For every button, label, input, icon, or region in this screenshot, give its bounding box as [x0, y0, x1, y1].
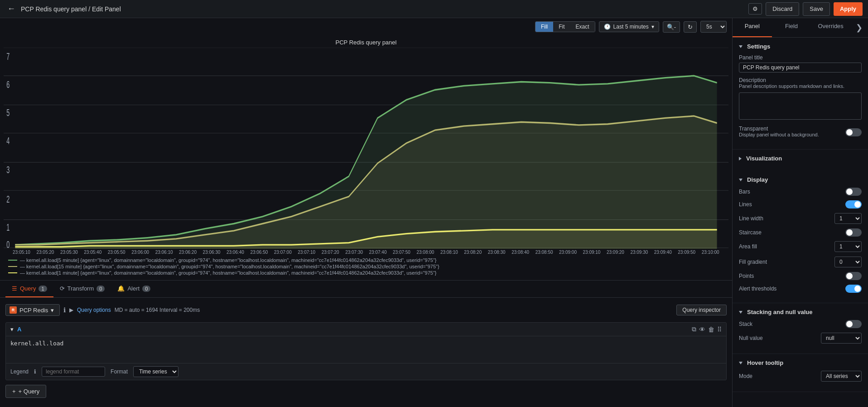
- zoom-exact-button[interactable]: Exact: [570, 22, 595, 32]
- zoom-fill-button[interactable]: Fill: [535, 22, 553, 32]
- refresh-interval-select[interactable]: 5s 10s 30s: [700, 21, 727, 33]
- topbar-left: ← PCP Redis query panel / Edit Panel: [5, 2, 121, 15]
- chevron-down-icon: ▾: [651, 24, 654, 30]
- bars-toggle[interactable]: [845, 188, 862, 196]
- area-fill-select[interactable]: 102: [834, 241, 862, 252]
- query-body: kernel.all.load: [6, 336, 726, 363]
- points-slider: [845, 272, 862, 280]
- null-value-select[interactable]: null0connected: [821, 333, 862, 344]
- hover-tooltip-chevron: [739, 362, 743, 364]
- hover-tooltip-section: Hover tooltip Mode All seriesSingle: [733, 354, 868, 392]
- transparent-hint: Display panel without a background.: [739, 132, 819, 137]
- stack-toggle[interactable]: [845, 320, 862, 328]
- viz-chevron: [739, 157, 742, 160]
- zoom-out-button[interactable]: 🔍-: [663, 21, 680, 33]
- settings-section: Settings Panel title Description Panel d…: [733, 38, 868, 150]
- display-header[interactable]: Display: [739, 176, 862, 183]
- query-tab-icon: ☰: [12, 285, 17, 292]
- query-block-header: ▾ A ⧉ 👁 🗑 ⠿: [6, 323, 726, 336]
- datasource-select[interactable]: R PCP Redis ▾: [5, 304, 60, 316]
- settings-chevron: [739, 45, 743, 48]
- mode-select[interactable]: All seriesSingle: [821, 371, 862, 382]
- collapse-arrow[interactable]: ▾: [10, 326, 14, 333]
- stacking-section: Stacking and null value Stack Null value…: [733, 303, 868, 354]
- back-button[interactable]: ←: [5, 2, 17, 15]
- alert-tab-icon: 🔔: [117, 285, 125, 292]
- query-inspector-button[interactable]: Query inspector: [676, 305, 727, 315]
- discard-button[interactable]: Discard: [766, 2, 799, 16]
- stacking-header[interactable]: Stacking and null value: [739, 309, 862, 315]
- apply-button[interactable]: Apply: [834, 2, 863, 16]
- fill-gradient-label: Fill gradient: [739, 259, 767, 265]
- chart-svg: 7 6 5 4 3 2 1 0: [4, 48, 728, 249]
- delete-query-button[interactable]: 🗑: [708, 325, 714, 333]
- tab-query[interactable]: ☰ Query 1: [5, 281, 53, 297]
- right-tab-collapse[interactable]: ❯: [850, 18, 868, 37]
- svg-text:2: 2: [6, 194, 10, 205]
- visualization-header[interactable]: Visualization: [739, 155, 862, 162]
- save-button[interactable]: Save: [803, 2, 830, 16]
- right-panel: Panel Field Overrides ❯ Settings Panel t…: [732, 18, 868, 407]
- zoom-fit-button[interactable]: Fit: [553, 22, 570, 32]
- fill-gradient-select[interactable]: 012: [834, 257, 862, 267]
- time-range-button[interactable]: 🕐 Last 5 minutes ▾: [599, 21, 659, 32]
- settings-button[interactable]: ⚙: [748, 3, 762, 15]
- svg-text:4: 4: [6, 135, 10, 146]
- legend-format-input[interactable]: [42, 367, 105, 377]
- transparent-row: Transparent Display panel without a back…: [739, 126, 862, 139]
- lines-slider: [845, 200, 862, 208]
- bars-label: Bars: [739, 189, 750, 195]
- stack-slider: [845, 320, 862, 328]
- staircase-toggle[interactable]: [845, 228, 862, 237]
- right-panel-tabs: Panel Field Overrides ❯: [733, 18, 868, 38]
- page-title: PCP Redis query panel / Edit Panel: [21, 5, 121, 13]
- datasource-chevron: ▾: [51, 307, 54, 314]
- panel-title-label: Panel title: [739, 54, 862, 61]
- hover-tooltip-title: Hover tooltip: [747, 359, 783, 366]
- right-tab-panel[interactable]: Panel: [733, 18, 772, 37]
- alert-thresholds-toggle[interactable]: [845, 285, 862, 293]
- points-row: Points: [739, 272, 862, 280]
- query-tabs: ☰ Query 1 ⟳ Transform 0 🔔 Alert 0: [0, 281, 732, 298]
- x-axis-labels: 23:05:1023:05:2023:05:3023:05:4023:05:50…: [4, 249, 728, 255]
- tab-alert[interactable]: 🔔 Alert 0: [111, 281, 157, 297]
- format-label-text: Format: [111, 368, 128, 375]
- tab-transform[interactable]: ⟳ Transform 0: [53, 281, 111, 297]
- add-query-button[interactable]: + + Query: [5, 385, 46, 398]
- transparent-toggle[interactable]: [845, 128, 862, 136]
- add-query-label: + Query: [19, 388, 40, 395]
- mode-label: Mode: [739, 373, 752, 379]
- format-select[interactable]: Time series Table Heatmap: [133, 366, 178, 377]
- query-options-link[interactable]: Query options: [77, 307, 111, 313]
- viz-title: Visualization: [746, 155, 782, 162]
- duplicate-query-button[interactable]: ⧉: [692, 325, 696, 333]
- toggle-visibility-button[interactable]: 👁: [699, 325, 705, 333]
- legend-info-icon: ℹ: [34, 368, 36, 375]
- svg-text:3: 3: [6, 165, 10, 176]
- settings-header[interactable]: Settings: [739, 43, 862, 50]
- stacking-title: Stacking and null value: [747, 309, 812, 315]
- legend-color-5min: [8, 260, 17, 261]
- query-footer: Legend ℹ Format Time series Table Heatma…: [6, 363, 726, 380]
- staircase-row: Staircase: [739, 228, 862, 237]
- lines-toggle[interactable]: [845, 200, 862, 208]
- right-tab-overrides[interactable]: Overrides: [811, 18, 850, 37]
- hover-tooltip-header[interactable]: Hover tooltip: [739, 359, 862, 366]
- visualization-section: Visualization: [733, 150, 868, 171]
- description-textarea[interactable]: [739, 92, 862, 120]
- legend-label-15min: — kernel.all.load[15 minute] {agent="lin…: [20, 264, 439, 269]
- query-input[interactable]: kernel.all.load: [10, 340, 722, 358]
- bars-slider: [845, 188, 862, 196]
- right-tab-field[interactable]: Field: [772, 18, 811, 37]
- info-button[interactable]: ℹ: [63, 306, 66, 314]
- points-toggle[interactable]: [845, 272, 862, 280]
- svg-text:0: 0: [6, 239, 10, 249]
- expand-button[interactable]: ▶: [69, 307, 73, 313]
- line-width-select[interactable]: 123: [834, 213, 862, 224]
- description-hint: Panel description supports markdown and …: [739, 83, 862, 89]
- drag-handle-button[interactable]: ⠿: [717, 325, 722, 333]
- refresh-button[interactable]: ↻: [684, 21, 697, 33]
- panel-title-input[interactable]: [739, 63, 862, 73]
- query-panel: ☰ Query 1 ⟳ Transform 0 🔔 Alert 0: [0, 280, 732, 407]
- zoom-button-group: Fill Fit Exact: [535, 21, 595, 32]
